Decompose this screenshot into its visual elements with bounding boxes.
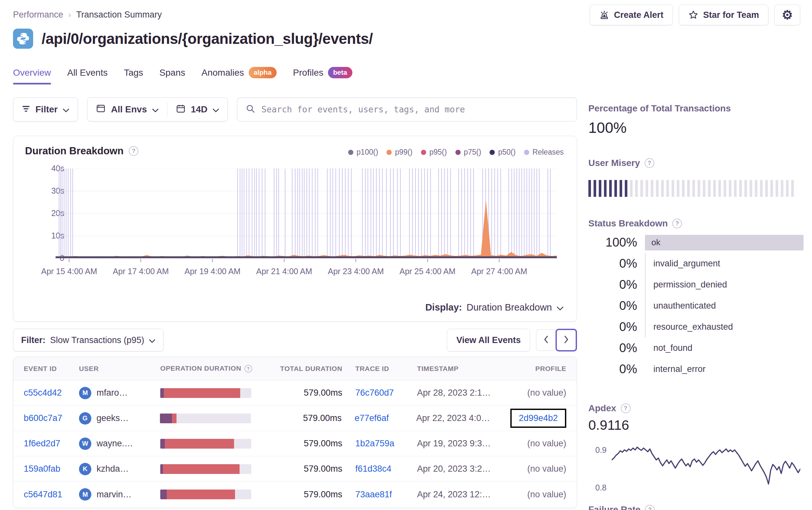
previous-page-button[interactable]: [536, 329, 555, 351]
status-percent: 0%: [588, 341, 637, 355]
tab-profiles[interactable]: Profilesbeta: [293, 67, 352, 85]
help-icon[interactable]: ?: [621, 403, 631, 413]
display-selector[interactable]: Display: Duration Breakdown: [425, 302, 564, 313]
transactions-filter-label: Filter:: [21, 335, 46, 345]
user-cell: Wwayne.…: [79, 438, 160, 450]
legend-item-p99[interactable]: p99(): [386, 148, 412, 157]
settings-button[interactable]: ⚙: [774, 4, 800, 25]
profile-id-link[interactable]: 2d99e4b2: [519, 413, 558, 423]
column-header-operation-duration[interactable]: OPERATION DURATION?: [160, 364, 274, 372]
calendar-icon: [176, 103, 185, 116]
event-id-link[interactable]: c5647d81: [24, 489, 62, 499]
tabs: OverviewAll EventsTagsSpansAnomaliesalph…: [13, 67, 352, 85]
legend-item-Releases[interactable]: Releases: [524, 148, 564, 157]
legend-item-p50[interactable]: p50(): [490, 148, 516, 157]
trace-id-link[interactable]: 1b2a759a: [355, 439, 394, 448]
column-header-event-id[interactable]: EVENT ID: [24, 365, 79, 372]
event-id-link[interactable]: b600c7a7: [24, 413, 62, 423]
misery-tick-empty: [776, 180, 778, 197]
profile-no-value: (no value): [527, 464, 566, 474]
sidebar: Percentage of Total Transactions 100% Us…: [588, 103, 804, 510]
view-all-events-button[interactable]: View All Events: [447, 329, 530, 352]
op-segment-http: [164, 388, 240, 398]
chevron-down-icon: [152, 104, 158, 115]
operation-duration-cell: [160, 464, 274, 474]
trace-id-link[interactable]: f61d38c4: [355, 464, 392, 474]
user-misery-bar: [588, 180, 804, 197]
status-row-permission_denied: 0%permission_denied: [588, 274, 804, 295]
help-icon[interactable]: ?: [645, 505, 655, 510]
misery-tick-filled: [614, 180, 617, 197]
legend-item-p100[interactable]: p100(): [348, 148, 378, 157]
transactions-filter-value: Slow Transactions (p95): [50, 335, 144, 345]
help-icon[interactable]: ?: [129, 146, 139, 156]
status-row-ok: 100%ok: [588, 232, 804, 253]
user-cell: Ggeeks…: [79, 412, 160, 425]
column-header-timestamp[interactable]: TIMESTAMP: [417, 365, 511, 372]
search-input[interactable]: [261, 104, 568, 114]
legend-item-p95[interactable]: p95(): [421, 148, 447, 157]
window-icon: [96, 103, 106, 116]
column-header-total-duration[interactable]: TOTAL DURATION: [274, 365, 355, 372]
operation-duration-bar: [160, 489, 251, 499]
filter-dropdown[interactable]: Filter: [13, 97, 78, 121]
star-icon: [688, 10, 699, 20]
tab-anomalies[interactable]: Anomaliesalpha: [202, 67, 277, 85]
environment-dropdown[interactable]: All Envs: [87, 98, 167, 121]
user-name: marvin…: [96, 489, 132, 500]
misery-tick-filled: [593, 180, 596, 197]
trace-id-link[interactable]: 76c760d7: [355, 388, 394, 398]
status-label-wrap: permission_denied: [645, 274, 804, 295]
op-segment-db: [160, 464, 163, 474]
duration-chart-plot[interactable]: [56, 169, 557, 263]
tab-tags[interactable]: Tags: [124, 67, 143, 85]
status-label: ok: [651, 237, 660, 247]
help-icon[interactable]: ?: [645, 158, 654, 168]
trace-id-link[interactable]: 73aae81f: [355, 489, 392, 499]
help-icon[interactable]: ?: [244, 365, 252, 372]
op-segment-db: [160, 414, 172, 423]
transactions-filter-dropdown[interactable]: Filter: Slow Transactions (p95): [13, 329, 164, 352]
profile-cell: 2d99e4b2: [510, 409, 566, 428]
date-range-label: 14D: [191, 104, 207, 115]
total-duration-cell: 579.00ms: [274, 388, 355, 398]
breadcrumb-performance[interactable]: Performance: [13, 10, 63, 20]
profile-focus-box: 2d99e4b2: [510, 409, 566, 428]
view-all-events-label: View All Events: [456, 335, 521, 345]
trace-id-link[interactable]: e77ef6af: [355, 413, 389, 423]
status-label: permission_denied: [654, 280, 727, 290]
legend-dot-icon: [348, 150, 353, 155]
tab-all-events[interactable]: All Events: [67, 67, 108, 85]
page-title: /api/0/organizations/{organization_slug}…: [41, 30, 373, 48]
chevron-down-icon: [212, 104, 219, 115]
event-id-link[interactable]: 1f6ed2d7: [24, 439, 60, 448]
column-header-trace-id[interactable]: TRACE ID: [355, 365, 417, 372]
column-header-profile[interactable]: PROFILE: [511, 365, 566, 372]
environment-label: All Envs: [111, 104, 147, 115]
next-page-button[interactable]: [555, 329, 577, 352]
search-icon: [246, 104, 256, 115]
total-duration-cell: 579.00ms: [274, 439, 355, 449]
misery-tick-empty: [781, 180, 783, 197]
misery-tick-empty: [786, 180, 789, 197]
event-id-link[interactable]: c55c4d42: [24, 388, 62, 398]
date-range-dropdown[interactable]: 14D: [167, 98, 228, 121]
profile-no-value: (no value): [527, 388, 566, 398]
filter-label: Filter: [35, 104, 58, 115]
star-for-team-button[interactable]: Star for Team: [679, 4, 768, 25]
failure-rate-title: Failure Rate ?: [588, 505, 804, 510]
duration-breakdown-card: Duration Breakdown ? p100()p99()p95()p75…: [13, 136, 577, 322]
display-label: Display:: [425, 302, 462, 313]
x-tick-label: Apr 25 4:00 AM: [400, 267, 456, 276]
user-name: wayne.…: [96, 439, 133, 449]
help-icon[interactable]: ?: [672, 219, 682, 228]
tab-spans[interactable]: Spans: [159, 67, 185, 85]
create-alert-button[interactable]: Create Alert: [590, 4, 673, 25]
tab-overview[interactable]: Overview: [13, 67, 51, 85]
legend-item-p75[interactable]: p75(): [456, 148, 482, 157]
status-rows: 100%ok0%invalid_argument0%permission_den…: [588, 232, 804, 380]
column-header-user[interactable]: USER: [79, 365, 160, 372]
trace-id-cell: 76c760d7: [355, 388, 417, 398]
event-id-link[interactable]: 159a0fab: [24, 464, 60, 474]
misery-tick-empty: [755, 180, 757, 197]
